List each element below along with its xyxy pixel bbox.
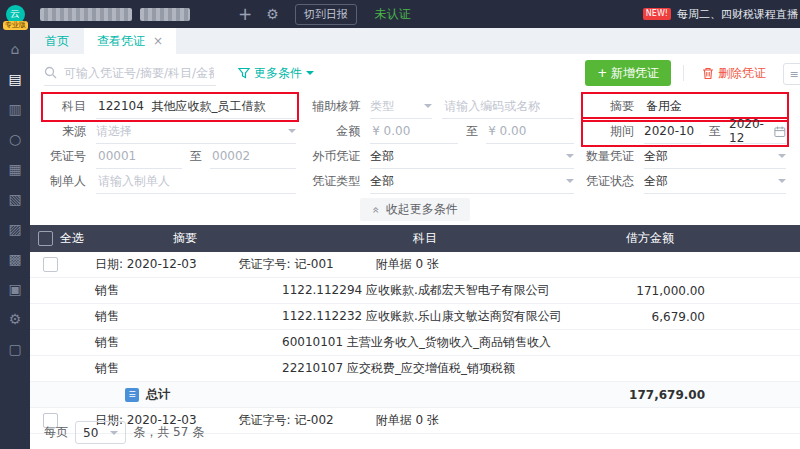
filter-field-voucher-status: 凭证状态 全部 (584, 170, 786, 194)
voucher-no-label: 凭证号 (44, 148, 86, 165)
close-icon[interactable]: × (153, 34, 163, 48)
to-label: 至 (466, 123, 478, 140)
aux-code-input[interactable] (442, 98, 574, 114)
sidebar-item-settings[interactable]: ⚙ (9, 312, 22, 326)
total-amount: 177,679.00 (580, 388, 720, 402)
select-all-checkbox[interactable] (38, 231, 53, 246)
period-from-value: 2020-10 (644, 124, 694, 138)
collapse-filters-button[interactable]: « 收起更多条件 (360, 198, 469, 221)
period-to-value: 2020-12 (729, 117, 774, 145)
voucher-type-label: 凭证类型 (310, 173, 360, 190)
amount-to-input[interactable] (486, 123, 574, 139)
cell-summary: 销售 (70, 308, 270, 325)
cell-subject: 1122.112294 应收账款.成都宏天智电子有限公司 (270, 282, 580, 299)
auth-status-link[interactable]: 未认证 (375, 6, 411, 23)
sidebar-item-period-end[interactable]: ○ (9, 132, 21, 146)
voucher-status-select[interactable]: 全部 (644, 170, 786, 194)
header-summary: 摘要 (100, 230, 270, 247)
maker-input[interactable] (96, 173, 296, 189)
voucher-search (44, 61, 216, 86)
voucher-no-to-input[interactable] (210, 148, 296, 164)
trash-icon (702, 67, 714, 80)
filter-field-amount: 金额 至 (310, 120, 574, 144)
voucher-no-from-input[interactable] (96, 148, 182, 164)
more-filters-label: 更多条件 (254, 65, 302, 82)
filter-field-voucher-no: 凭证号 至 (44, 145, 296, 169)
quantity-label: 数量凭证 (584, 148, 634, 165)
quantity-value: 全部 (644, 148, 668, 165)
foreign-currency-select[interactable]: 全部 (370, 145, 574, 169)
chevron-down-icon (566, 154, 574, 158)
group-attachments: 附单据 0 张 (376, 256, 439, 273)
table-row[interactable]: 销售 22210107 应交税费_应交增值税_销项税额 (30, 356, 800, 382)
filter-field-period: 期间 2020-10 至 2020-12 (584, 120, 786, 144)
app-logo[interactable]: 云 专业版 (0, 0, 30, 28)
divider (683, 65, 684, 81)
assets-icon: ▣ (8, 281, 21, 297)
gear-icon[interactable]: ⚙ (266, 7, 279, 21)
add-voucher-button[interactable]: + 新增凭证 (585, 60, 671, 86)
quantity-select[interactable]: 全部 (644, 145, 786, 169)
period-to-input[interactable]: 2020-12 (729, 120, 786, 144)
home-icon: ⌂ (11, 41, 20, 57)
sidebar-item-account-books[interactable]: ▥ (8, 102, 21, 116)
subject-label: 科目 (44, 98, 86, 115)
cell-debit: 6,679.00 (580, 310, 720, 324)
to-label: 至 (709, 123, 721, 140)
table-header: 全选 摘要 科目 借方金额 (30, 225, 800, 252)
redacted-company-name (40, 8, 132, 21)
table-row[interactable]: 销售 1122.112232 应收账款.乐山康文敏达商贸有限公司 6,679.0… (30, 304, 800, 330)
summary-input[interactable] (644, 98, 786, 114)
voucher-type-select[interactable]: 全部 (370, 170, 574, 194)
sidebar-item-voucher[interactable]: ▤ (8, 72, 21, 86)
sidebar-item-invoice[interactable]: ▨ (8, 222, 21, 236)
amount-label: 金额 (310, 123, 360, 140)
sidebar-item-home[interactable]: ⌂ (11, 42, 20, 56)
filter-field-aux: 辅助核算 类型 (310, 95, 574, 119)
source-select[interactable]: 请选择 (96, 120, 296, 144)
foreign-currency-value: 全部 (370, 148, 394, 165)
plus-icon[interactable]: + (238, 6, 252, 23)
sidebar-item-assets[interactable]: ▣ (8, 282, 21, 296)
search-input[interactable] (62, 65, 216, 81)
cell-subject: 60010101 主营业务收入_货物收入_商品销售收入 (270, 334, 580, 351)
group-voucher-no[interactable]: 凭证字号: 记-002 (239, 412, 334, 429)
sidebar-item-reports[interactable]: ▦ (8, 162, 21, 176)
promo-banner[interactable]: NEW! 每周二、四财税课程直播 (643, 7, 800, 22)
delete-voucher-button[interactable]: 删除凭证 (696, 64, 772, 83)
per-page-label: 每页 (44, 424, 68, 441)
filter-field-maker: 制单人 (44, 170, 296, 194)
total-label: 总计 (146, 386, 170, 403)
voucher-status-label: 凭证状态 (584, 173, 634, 190)
chevron-down-icon (566, 179, 574, 183)
sidebar-item-funds[interactable]: ▧ (8, 192, 21, 206)
group-voucher-no[interactable]: 凭证字号: 记-001 (239, 256, 334, 273)
table-row[interactable]: 销售 1122.112294 应收账款.成都宏天智电子有限公司 171,000.… (30, 278, 800, 304)
per-page-select[interactable]: 50 (75, 421, 126, 444)
tab-view-voucher[interactable]: 查看凭证 × (84, 28, 176, 54)
tab-home[interactable]: 首页 (30, 28, 84, 54)
pagination: 每页 50 条，共 57 条 (44, 421, 204, 444)
maker-label: 制单人 (44, 173, 86, 190)
subject-input[interactable] (96, 98, 296, 114)
main-content: 更多条件 + 新增凭证 删除凭证 ≡ 科目 辅助核算 类型 (30, 54, 800, 449)
account-books-icon: ▥ (8, 101, 21, 117)
period-label: 期间 (584, 123, 634, 140)
switch-daily-report-button[interactable]: 切到日报 (295, 4, 357, 25)
cell-summary: 销售 (70, 360, 270, 377)
per-page-value: 50 (83, 426, 98, 440)
sidebar-item-salary[interactable]: ▩ (8, 252, 21, 266)
to-label: 至 (190, 148, 202, 165)
period-from-input[interactable]: 2020-10 (644, 120, 701, 144)
sidebar-item-apps[interactable]: ▢ (8, 342, 21, 356)
row-checkbox[interactable] (43, 257, 58, 272)
salary-icon: ▩ (8, 251, 21, 267)
more-filters-toggle[interactable]: 更多条件 (238, 65, 314, 82)
export-icon[interactable]: ≡ (783, 63, 800, 85)
table-row[interactable]: 销售 60010101 主营业务收入_货物收入_商品销售收入 (30, 330, 800, 356)
cell-subject: 22210107 应交税费_应交增值税_销项税额 (270, 360, 580, 377)
aux-type-select[interactable]: 类型 (370, 95, 432, 119)
period-end-icon: ○ (9, 131, 21, 147)
amount-from-input[interactable] (370, 123, 458, 139)
toolbar-actions: + 新增凭证 删除凭证 (585, 60, 786, 86)
